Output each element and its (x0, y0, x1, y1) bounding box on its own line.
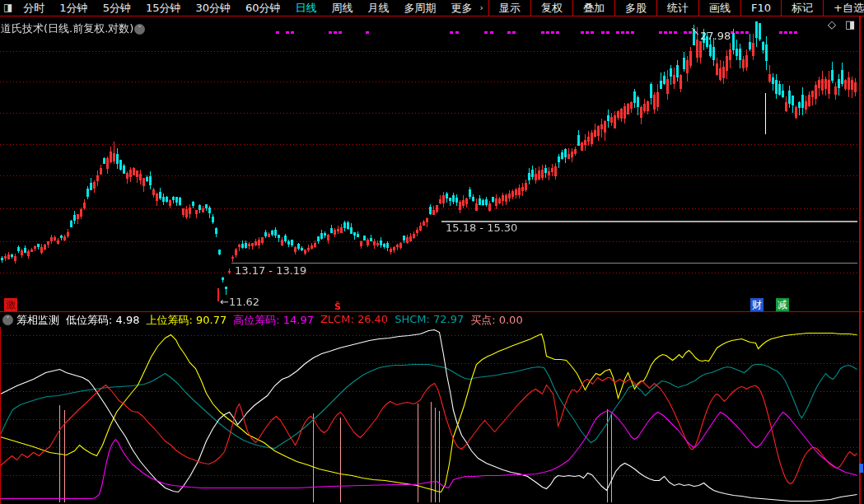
action-item-8[interactable]: 标记 (782, 1, 823, 16)
field-value: 90.77 (196, 314, 227, 326)
action-item-4[interactable]: 多股 (615, 1, 656, 16)
indicator-field: 买点: 0.00 (470, 313, 522, 328)
diamond-icon[interactable]: ◇ (828, 18, 836, 30)
field-value: 72.97 (433, 313, 464, 325)
action-item-2[interactable]: 复权 (531, 1, 572, 16)
indicator-field: SHCM: 72.97 (395, 313, 464, 328)
field-label: 买点 (470, 314, 492, 326)
chart-title: 道氏技术(日线.前复权.对数) (1, 21, 133, 36)
period-menu: 分时1分钟5分钟15分钟30分钟60分钟日线周线月线多周期更多 (16, 0, 479, 16)
period-item-2[interactable]: 1分钟 (52, 1, 95, 16)
period-item-9[interactable]: 月线 (361, 1, 397, 16)
collapse-chevron-icon[interactable]: ˅ (2, 315, 13, 325)
field-label: SHCM (395, 313, 426, 325)
period-item-8[interactable]: 周线 (325, 1, 361, 16)
period-item-5[interactable]: 30分钟 (188, 1, 238, 16)
field-label: 低位筹码 (66, 314, 109, 326)
field-value: 14.97 (283, 314, 314, 326)
collapse-chevron-icon[interactable]: ˅ (134, 24, 145, 35)
action-item-5[interactable]: 统计 (657, 1, 698, 16)
more-arrow-icon[interactable]: › (480, 2, 488, 13)
badge-jian[interactable]: 减 (776, 298, 789, 311)
field-value: 26.40 (357, 313, 388, 325)
action-item-6[interactable]: 画线 (699, 1, 740, 16)
indicator-name: 筹相监测 (16, 313, 59, 328)
toolbar-actions: 显示复权叠加多股统计画线F10标记+自选 (488, 0, 864, 16)
panel-toggle-icon[interactable]: ◨ (3, 0, 12, 16)
gap-low-label: 13.17 - 13.19 (235, 264, 306, 277)
field-label: 上位筹码 (146, 314, 189, 326)
indicator-header: ˅ 筹相监测 低位筹码: 4.98上位筹码: 90.77高位筹码: 14.97Z… (0, 313, 857, 327)
action-item-9[interactable]: +自选 (824, 1, 864, 16)
period-item-11[interactable]: 更多 (444, 1, 480, 16)
main-chart-canvas[interactable] (0, 16, 859, 311)
action-item-7[interactable]: F10 (741, 2, 781, 14)
period-item-3[interactable]: 5分钟 (96, 1, 138, 16)
action-item-3[interactable]: 叠加 (573, 1, 614, 16)
period-item-1[interactable]: 分时 (16, 1, 52, 16)
split-square-icon[interactable]: ◨ (845, 18, 855, 30)
low-price-label: ←11.62 (220, 296, 259, 308)
indicator-field: 高位筹码: 14.97 (233, 313, 314, 328)
period-item-7[interactable]: 日线 (288, 1, 325, 16)
top-toolbar: ◨ 分时1分钟5分钟15分钟30分钟60分钟日线周线月线多周期更多 › 显示复权… (0, 0, 864, 16)
period-item-10[interactable]: 多周期 (397, 1, 444, 16)
field-label: ZLCM (320, 313, 350, 325)
field-value: 4.98 (116, 314, 140, 326)
badge-ji[interactable]: 激 (4, 298, 17, 311)
indicator-field: ZLCM: 26.40 (320, 313, 388, 328)
badge-cai[interactable]: 财 (750, 298, 764, 311)
peak-price-label: 27.98 (700, 30, 731, 42)
indicator-field: 上位筹码: 90.77 (146, 313, 227, 328)
indicator-values: 低位筹码: 4.98上位筹码: 90.77高位筹码: 14.97ZLCM: 26… (66, 313, 530, 328)
gap-high-label: 15.18 - 15.30 (446, 222, 517, 234)
field-value: 0.00 (499, 314, 523, 326)
period-item-6[interactable]: 60分钟 (238, 1, 288, 16)
scrollbar-thumb[interactable] (859, 464, 863, 473)
right-scrollbar[interactable] (859, 16, 861, 504)
period-item-4[interactable]: 15分钟 (138, 1, 189, 16)
indicator-field: 低位筹码: 4.98 (66, 313, 139, 328)
indicator-canvas[interactable] (0, 327, 859, 504)
field-label: 高位筹码 (233, 314, 276, 326)
action-item-1[interactable]: 显示 (489, 1, 530, 16)
